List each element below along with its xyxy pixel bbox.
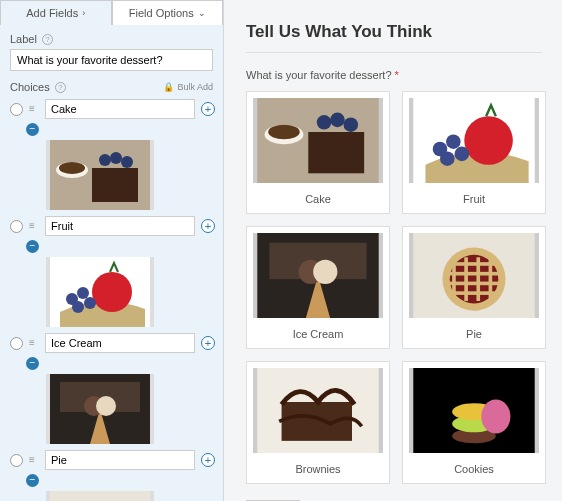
option-card[interactable]: Brownies	[246, 361, 390, 484]
choice-thumbnail[interactable]	[46, 374, 154, 444]
svg-point-11	[72, 301, 84, 313]
svg-point-5	[110, 152, 122, 164]
tab-label: Field Options	[129, 7, 194, 19]
svg-point-10	[77, 287, 89, 299]
choice-label-input[interactable]	[45, 99, 195, 119]
svg-point-17	[96, 396, 116, 416]
option-card[interactable]: Cookies	[402, 361, 546, 484]
svg-point-39	[464, 116, 513, 165]
required-mark: *	[395, 69, 399, 81]
choice-label-input[interactable]	[45, 333, 195, 353]
editor-body: Label ? Choices ? 🔒 Bulk Add ≡+−≡+−≡+−≡+…	[0, 25, 223, 501]
tab-add-fields[interactable]: Add Fields ›	[0, 0, 112, 25]
option-card[interactable]: Pie	[402, 226, 546, 349]
choice-label-input[interactable]	[45, 450, 195, 470]
option-image	[409, 233, 539, 318]
svg-point-36	[330, 113, 345, 128]
remove-choice-button[interactable]: −	[26, 240, 39, 253]
option-label: Brownies	[253, 459, 383, 477]
chevron-down-icon: ⌄	[198, 8, 206, 18]
svg-point-3	[59, 162, 85, 174]
default-radio[interactable]	[10, 103, 23, 116]
options-grid: CakeFruitIce CreamPieBrowniesCookies	[246, 91, 542, 484]
option-image	[409, 368, 539, 453]
drag-handle-icon[interactable]: ≡	[29, 224, 39, 228]
option-label: Cake	[253, 189, 383, 207]
tab-field-options[interactable]: Field Options ⌄	[112, 0, 224, 25]
choices-heading-row: Choices ? 🔒 Bulk Add	[10, 81, 213, 93]
svg-rect-1	[92, 168, 138, 202]
svg-point-66	[481, 400, 510, 434]
svg-point-4	[99, 154, 111, 166]
svg-point-42	[440, 151, 455, 166]
option-card[interactable]: Fruit	[402, 91, 546, 214]
bulk-add-link[interactable]: 🔒 Bulk Add	[163, 82, 213, 92]
remove-choice-button[interactable]: −	[26, 123, 39, 136]
option-label: Pie	[409, 324, 539, 342]
chevron-right-icon: ›	[82, 8, 85, 18]
svg-point-48	[313, 260, 337, 284]
editor-tabs: Add Fields › Field Options ⌄	[0, 0, 223, 25]
question-label: What is your favorite dessert? *	[246, 69, 542, 81]
tab-label: Add Fields	[26, 7, 78, 19]
label-heading: Label	[10, 33, 37, 45]
default-radio[interactable]	[10, 337, 23, 350]
choice-thumbnail[interactable]	[46, 257, 154, 327]
add-choice-button[interactable]: +	[201, 336, 215, 350]
option-card[interactable]: Ice Cream	[246, 226, 390, 349]
option-label: Cookies	[409, 459, 539, 477]
add-choice-button[interactable]: +	[201, 102, 215, 116]
choices-heading: Choices	[10, 81, 50, 93]
choice-item: ≡+−	[10, 99, 213, 210]
choice-thumbnail[interactable]	[46, 140, 154, 210]
svg-point-34	[268, 125, 300, 140]
default-radio[interactable]	[10, 454, 23, 467]
svg-rect-18	[50, 491, 150, 501]
svg-point-6	[121, 156, 133, 168]
drag-handle-icon[interactable]: ≡	[29, 341, 39, 345]
option-image	[253, 98, 383, 183]
svg-point-43	[455, 147, 470, 162]
form-title: Tell Us What You Think	[246, 22, 542, 53]
drag-handle-icon[interactable]: ≡	[29, 458, 39, 462]
label-input[interactable]	[10, 49, 213, 71]
choices-list: ≡+−≡+−≡+−≡+−≡+−	[10, 99, 213, 501]
choice-item: ≡+−	[10, 450, 213, 501]
option-card[interactable]: Cake	[246, 91, 390, 214]
app-root: Add Fields › Field Options ⌄ Label ? Cho…	[0, 0, 562, 501]
help-icon[interactable]: ?	[55, 82, 66, 93]
choice-thumbnail[interactable]	[46, 491, 154, 501]
remove-choice-button[interactable]: −	[26, 357, 39, 370]
lock-icon: 🔒	[163, 82, 174, 92]
remove-choice-button[interactable]: −	[26, 474, 39, 487]
option-image	[253, 368, 383, 453]
svg-rect-61	[282, 402, 352, 441]
default-radio[interactable]	[10, 220, 23, 233]
option-image	[253, 233, 383, 318]
add-choice-button[interactable]: +	[201, 453, 215, 467]
svg-rect-59	[489, 257, 493, 301]
field-editor-panel: Add Fields › Field Options ⌄ Label ? Cho…	[0, 0, 224, 501]
svg-point-8	[92, 272, 132, 312]
svg-point-41	[446, 134, 461, 149]
choice-item: ≡+−	[10, 216, 213, 327]
bulk-add-label: Bulk Add	[177, 82, 213, 92]
help-icon[interactable]: ?	[42, 34, 53, 45]
drag-handle-icon[interactable]: ≡	[29, 107, 39, 111]
option-label: Ice Cream	[253, 324, 383, 342]
choice-label-input[interactable]	[45, 216, 195, 236]
label-heading-row: Label ?	[10, 33, 213, 45]
svg-point-12	[84, 297, 96, 309]
add-choice-button[interactable]: +	[201, 219, 215, 233]
svg-point-35	[317, 115, 332, 130]
option-label: Fruit	[409, 189, 539, 207]
option-image	[409, 98, 539, 183]
svg-point-37	[344, 117, 359, 132]
form-preview: Tell Us What You Think What is your favo…	[224, 0, 562, 501]
choice-item: ≡+−	[10, 333, 213, 444]
svg-rect-32	[308, 132, 364, 173]
